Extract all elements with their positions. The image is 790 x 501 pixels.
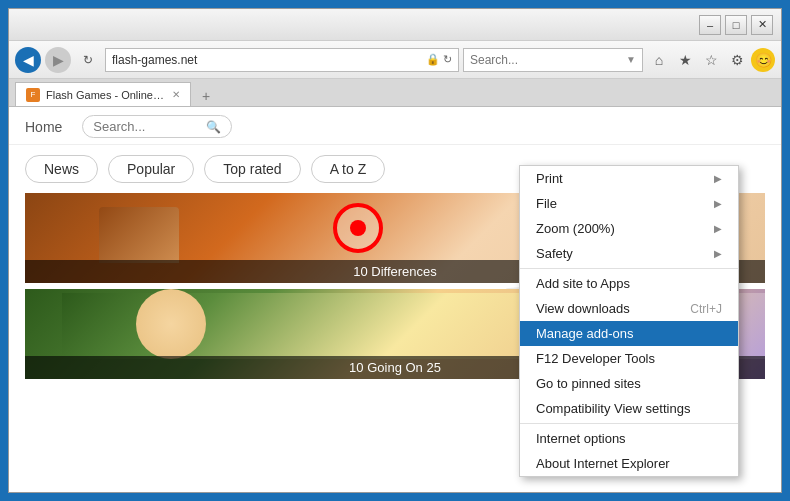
site-search-bar[interactable]: 🔍 bbox=[82, 115, 232, 138]
ctx-f12[interactable]: F12 Developer Tools bbox=[520, 346, 738, 371]
address-bar[interactable]: flash-games.net 🔒 ↻ bbox=[105, 48, 459, 72]
site-search-input[interactable] bbox=[93, 119, 200, 134]
tab-label: Flash Games - Online Flash ... bbox=[46, 89, 166, 101]
ctx-print-arrow: ▶ bbox=[714, 173, 722, 184]
context-menu: Print ▶ File ▶ Zoom (200%) ▶ Safety ▶ Ad… bbox=[519, 165, 739, 477]
refresh-addr-icon: ↻ bbox=[443, 53, 452, 66]
smiley-icon: 😊 bbox=[751, 48, 775, 72]
maximize-button[interactable]: □ bbox=[725, 15, 747, 35]
ctx-zoom-arrow: ▶ bbox=[714, 223, 722, 234]
nav-search-input[interactable] bbox=[470, 53, 626, 67]
ctx-view-downloads[interactable]: View downloads Ctrl+J bbox=[520, 296, 738, 321]
tab-close-button[interactable]: ✕ bbox=[172, 89, 180, 100]
minimize-button[interactable]: – bbox=[699, 15, 721, 35]
ctx-downloads-shortcut: Ctrl+J bbox=[690, 302, 722, 316]
window-controls: – □ ✕ bbox=[699, 15, 773, 35]
back-button[interactable]: ◀ bbox=[15, 47, 41, 73]
tab-flash-games[interactable]: F Flash Games - Online Flash ... ✕ bbox=[15, 82, 191, 106]
category-top-rated[interactable]: Top rated bbox=[204, 155, 300, 183]
search-dropdown-icon[interactable]: ▼ bbox=[626, 54, 636, 65]
address-text: flash-games.net bbox=[112, 53, 197, 67]
ctx-about-ie[interactable]: About Internet Explorer bbox=[520, 451, 738, 476]
page-content: Home 🔍 57 News Popular Top rated A to Z bbox=[9, 107, 781, 492]
title-bar: – □ ✕ bbox=[9, 9, 781, 41]
refresh-button[interactable]: ↻ bbox=[75, 47, 101, 73]
home-link[interactable]: Home bbox=[25, 119, 62, 135]
ctx-safety-arrow: ▶ bbox=[714, 248, 722, 259]
close-button[interactable]: ✕ bbox=[751, 15, 773, 35]
favorites-star-button[interactable]: ☆ bbox=[699, 48, 723, 72]
lock-icon: 🔒 bbox=[426, 53, 440, 66]
nav-bar: ◀ ▶ ↻ flash-games.net 🔒 ↻ ▼ ⌂ ★ ☆ ⚙ 😊 bbox=[9, 41, 781, 79]
ctx-internet-options[interactable]: Internet options bbox=[520, 426, 738, 451]
site-search-icon: 🔍 bbox=[206, 120, 221, 134]
ctx-safety[interactable]: Safety ▶ bbox=[520, 241, 738, 266]
nav-search-bar[interactable]: ▼ bbox=[463, 48, 643, 72]
site-header: Home 🔍 bbox=[9, 107, 781, 145]
tab-favicon: F bbox=[26, 88, 40, 102]
ctx-pinned-sites[interactable]: Go to pinned sites bbox=[520, 371, 738, 396]
favorites-button[interactable]: ★ bbox=[673, 48, 697, 72]
target-icon bbox=[333, 203, 383, 253]
ctx-compat-view[interactable]: Compatibility View settings bbox=[520, 396, 738, 421]
ctx-separator-2 bbox=[520, 423, 738, 424]
ctx-print[interactable]: Print ▶ bbox=[520, 166, 738, 191]
forward-button[interactable]: ▶ bbox=[45, 47, 71, 73]
address-icons: 🔒 ↻ bbox=[426, 53, 452, 66]
category-a-to-z[interactable]: A to Z bbox=[311, 155, 386, 183]
browser-window: – □ ✕ ◀ ▶ ↻ flash-games.net 🔒 ↻ ▼ ⌂ ★ ☆ … bbox=[8, 8, 782, 493]
category-popular[interactable]: Popular bbox=[108, 155, 194, 183]
category-news[interactable]: News bbox=[25, 155, 98, 183]
tab-bar: F Flash Games - Online Flash ... ✕ + bbox=[9, 79, 781, 107]
home-button[interactable]: ⌂ bbox=[647, 48, 671, 72]
nav-right-icons: ⌂ ★ ☆ ⚙ 😊 bbox=[647, 48, 775, 72]
ctx-file[interactable]: File ▶ bbox=[520, 191, 738, 216]
ctx-separator-1 bbox=[520, 268, 738, 269]
gear-button[interactable]: ⚙ bbox=[725, 48, 749, 72]
ctx-manage-addons[interactable]: Manage add-ons bbox=[520, 321, 738, 346]
ctx-add-site[interactable]: Add site to Apps bbox=[520, 271, 738, 296]
ctx-file-arrow: ▶ bbox=[714, 198, 722, 209]
ctx-zoom[interactable]: Zoom (200%) ▶ bbox=[520, 216, 738, 241]
new-tab-button[interactable]: + bbox=[195, 86, 217, 106]
